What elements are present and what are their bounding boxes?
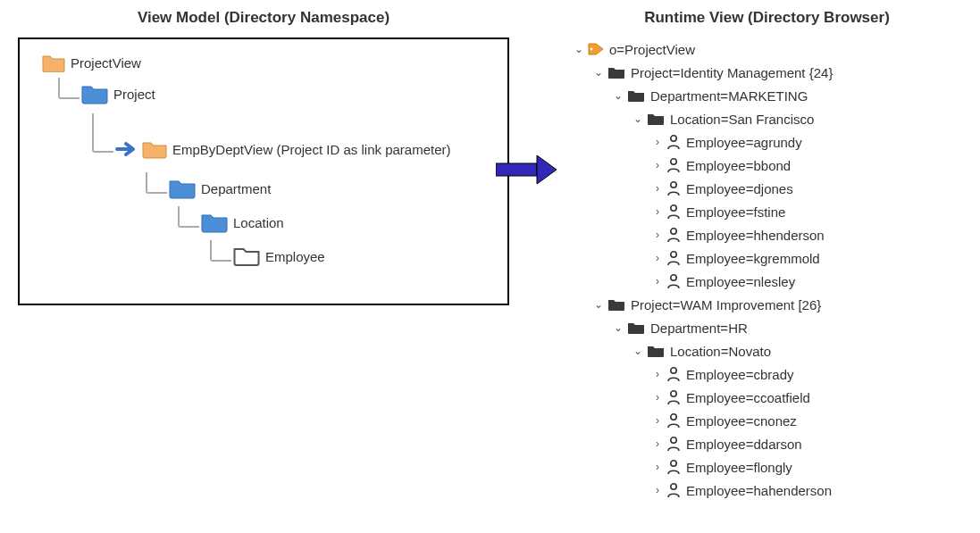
tree-node-label: Department=HR bbox=[650, 321, 748, 336]
tree-node-employee[interactable]: ›Employee=hahenderson bbox=[572, 479, 962, 502]
chevron-right-icon[interactable]: › bbox=[650, 229, 665, 241]
svg-rect-0 bbox=[496, 163, 537, 176]
folder-icon bbox=[42, 53, 65, 72]
tree-node-employee[interactable]: ›Employee=fstine bbox=[572, 200, 962, 223]
tree-node-employee[interactable]: ›Employee=bbond bbox=[572, 154, 962, 177]
tree-node-project[interactable]: ⌄Project=Identity Management {24} bbox=[572, 61, 962, 84]
folder-icon bbox=[607, 297, 625, 312]
tree-connector bbox=[58, 78, 80, 99]
vm-label-project: Project bbox=[113, 87, 155, 102]
view-model-panel: View Model (Directory Namespace) Project… bbox=[18, 9, 509, 305]
folder-icon bbox=[201, 212, 228, 233]
svg-point-12 bbox=[671, 437, 676, 443]
tree-node-label: o=ProjectView bbox=[609, 42, 695, 57]
tree-node-department[interactable]: ⌄Department=MARKETING bbox=[572, 84, 962, 107]
person-icon bbox=[666, 157, 681, 173]
chevron-right-icon[interactable]: › bbox=[650, 252, 665, 264]
folder-icon bbox=[607, 65, 625, 79]
chevron-right-icon[interactable]: › bbox=[650, 275, 665, 287]
tree-node-label: Employee=hhenderson bbox=[686, 228, 825, 243]
runtime-view-panel: Runtime View (Directory Browser) ⌄o=Proj… bbox=[509, 9, 962, 502]
chevron-right-icon[interactable]: › bbox=[650, 368, 665, 380]
chevron-down-icon[interactable]: ⌄ bbox=[572, 43, 586, 55]
chevron-down-icon[interactable]: ⌄ bbox=[611, 321, 625, 334]
runtime-view-title: Runtime View (Directory Browser) bbox=[572, 9, 962, 27]
tree-node-employee[interactable]: ›Employee=agrundy bbox=[572, 130, 962, 154]
tree-node-label: Employee=kgremmold bbox=[686, 251, 820, 266]
folder-outline-icon bbox=[233, 246, 260, 267]
vm-node-linkview: EmpByDeptView (Project ID as link parame… bbox=[92, 129, 494, 169]
chevron-down-icon[interactable]: ⌄ bbox=[611, 89, 625, 102]
runtime-tree: ⌄o=ProjectView⌄Project=Identity Manageme… bbox=[572, 37, 962, 502]
person-icon bbox=[666, 204, 681, 220]
svg-point-11 bbox=[671, 414, 676, 420]
svg-point-5 bbox=[671, 205, 676, 211]
chevron-right-icon[interactable]: › bbox=[650, 182, 665, 195]
folder-icon bbox=[647, 112, 665, 126]
folder-icon bbox=[81, 83, 108, 104]
person-icon bbox=[666, 134, 681, 150]
tree-node-employee[interactable]: ›Employee=djones bbox=[572, 177, 962, 200]
tree-node-employee[interactable]: ›Employee=hhenderson bbox=[572, 223, 962, 246]
svg-point-3 bbox=[671, 159, 676, 164]
folder-icon bbox=[627, 321, 645, 335]
vm-node-location: Location bbox=[178, 212, 494, 233]
chevron-right-icon[interactable]: › bbox=[650, 484, 665, 496]
chevron-right-icon[interactable]: › bbox=[650, 391, 665, 404]
tree-node-employee[interactable]: ›Employee=kgremmold bbox=[572, 246, 962, 270]
svg-point-7 bbox=[671, 252, 676, 257]
vm-label-projectview: ProjectView bbox=[71, 55, 141, 71]
chevron-down-icon[interactable]: ⌄ bbox=[631, 112, 645, 125]
tree-node-department[interactable]: ⌄Department=HR bbox=[572, 316, 962, 339]
vm-node-department: Department bbox=[146, 178, 494, 199]
tree-node-label: Employee=ddarson bbox=[686, 437, 802, 452]
chevron-down-icon[interactable]: ⌄ bbox=[631, 345, 645, 357]
tree-node-label: Project=Identity Management {24} bbox=[631, 65, 833, 80]
person-icon bbox=[666, 412, 681, 429]
tree-node-label: Project=WAM Improvement [26} bbox=[631, 297, 821, 312]
folder-icon bbox=[627, 88, 645, 103]
tree-node-employee[interactable]: ›Employee=ddarson bbox=[572, 432, 962, 455]
chevron-down-icon[interactable]: ⌄ bbox=[591, 298, 606, 311]
tree-node-project[interactable]: ⌄Project=WAM Improvement [26} bbox=[572, 293, 962, 316]
tree-node-employee[interactable]: ›Employee=cbrady bbox=[572, 362, 962, 386]
person-icon bbox=[666, 436, 681, 452]
tree-node-label: Employee=nlesley bbox=[686, 274, 795, 289]
svg-point-1 bbox=[591, 48, 593, 51]
person-icon bbox=[666, 250, 681, 266]
tree-node-employee[interactable]: ›Employee=flongly bbox=[572, 455, 962, 479]
tree-node-label: Employee=ccoatfield bbox=[686, 390, 810, 405]
svg-point-8 bbox=[671, 275, 676, 280]
tree-node-label: Employee=hahenderson bbox=[686, 483, 832, 498]
tree-node-employee[interactable]: ›Employee=cnonez bbox=[572, 409, 962, 432]
link-arrow-icon bbox=[115, 140, 138, 158]
tree-node-label: Employee=cnonez bbox=[686, 413, 797, 429]
chevron-right-icon[interactable]: › bbox=[650, 461, 665, 473]
svg-point-4 bbox=[671, 182, 676, 187]
chevron-right-icon[interactable]: › bbox=[650, 437, 665, 450]
tree-node-label: Employee=fstine bbox=[686, 204, 785, 220]
person-icon bbox=[666, 180, 681, 196]
svg-point-13 bbox=[671, 461, 676, 466]
vm-label-location: Location bbox=[233, 215, 284, 230]
chevron-right-icon[interactable]: › bbox=[650, 159, 665, 171]
vm-node-projectview: ProjectView bbox=[42, 53, 494, 72]
tree-node-location[interactable]: ⌄Location=Novato bbox=[572, 339, 962, 362]
chevron-down-icon[interactable]: ⌄ bbox=[591, 66, 606, 79]
chevron-right-icon[interactable]: › bbox=[650, 205, 665, 218]
tree-connector bbox=[92, 113, 113, 153]
vm-node-project: Project bbox=[58, 83, 494, 104]
tree-node-root[interactable]: ⌄o=ProjectView bbox=[572, 37, 962, 61]
tree-node-label: Department=MARKETING bbox=[650, 88, 808, 104]
tree-node-employee[interactable]: ›Employee=ccoatfield bbox=[572, 386, 962, 409]
tree-node-location[interactable]: ⌄Location=San Francisco bbox=[572, 107, 962, 130]
tree-node-label: Location=San Francisco bbox=[670, 112, 814, 127]
folder-icon bbox=[169, 178, 196, 199]
chevron-right-icon[interactable]: › bbox=[650, 136, 665, 148]
chevron-right-icon[interactable]: › bbox=[650, 414, 665, 427]
tree-node-label: Employee=bbond bbox=[686, 158, 791, 173]
person-icon bbox=[666, 459, 681, 475]
tree-node-label: Employee=cbrady bbox=[686, 367, 793, 382]
vm-label-employee: Employee bbox=[265, 249, 325, 264]
tree-node-employee[interactable]: ›Employee=nlesley bbox=[572, 270, 962, 293]
